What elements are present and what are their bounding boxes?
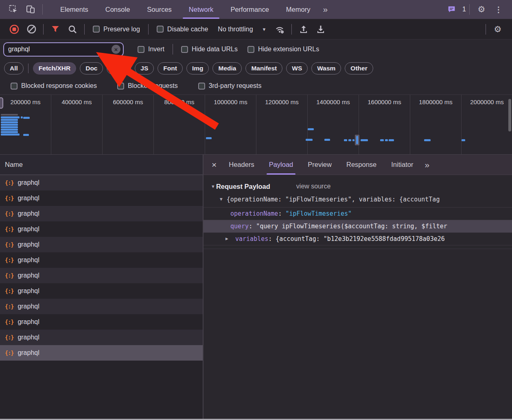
detail-tab-initiator[interactable]: Initiator <box>384 155 420 175</box>
collapse-caret-icon[interactable]: ▼ <box>211 184 215 189</box>
payload-row-operationname[interactable]: operationName: "ipFlowTimeseries" <box>203 208 512 220</box>
blocked-response-cookies-checkbox[interactable]: Blocked response cookies <box>11 82 97 90</box>
request-row[interactable]: {:}graphql <box>0 252 203 268</box>
expand-caret-icon[interactable]: ▶ <box>225 233 228 245</box>
detail-tab-preview[interactable]: Preview <box>300 155 339 175</box>
detail-tabs: HeadersPayloadPreviewResponseInitiator <box>221 155 420 175</box>
filter-chip-ws[interactable]: WS <box>286 62 308 74</box>
checkbox[interactable] <box>198 83 205 90</box>
devtools-window: ElementsConsoleSourcesNetworkPerformance… <box>0 0 512 420</box>
filter-chip-js[interactable]: JS <box>135 62 154 74</box>
request-name: graphql <box>18 349 39 357</box>
json-braces-icon: {:} <box>5 257 13 263</box>
checkbox[interactable] <box>11 83 18 90</box>
hide-data-urls-checkbox[interactable]: Hide data URLs <box>181 46 238 53</box>
timeline-request-bar <box>206 137 212 139</box>
request-row[interactable]: {:}graphql <box>0 283 203 299</box>
checkbox[interactable] <box>138 46 144 53</box>
close-detail-icon[interactable]: × <box>207 160 221 170</box>
request-row[interactable]: {:}graphql <box>0 206 203 221</box>
checkbox[interactable] <box>157 26 164 33</box>
detail-tab-headers[interactable]: Headers <box>221 155 261 175</box>
filter-chip-img[interactable]: Img <box>186 62 209 74</box>
device-toolbar-icon[interactable] <box>24 3 37 15</box>
checkbox[interactable] <box>93 26 100 33</box>
request-row[interactable]: {:}graphql <box>0 268 203 283</box>
divider <box>148 24 149 35</box>
payload-row-variables[interactable]: ▶variables: {accountTag: "b12e3b2192ee55… <box>203 233 512 245</box>
filter-chip-css[interactable]: CSS <box>107 62 131 74</box>
network-overview-timeline[interactable]: 200000 ms400000 ms600000 ms800000 ms1000… <box>0 94 512 155</box>
filter-chip-wasm[interactable]: Wasm <box>311 62 341 74</box>
checkbox[interactable] <box>117 83 124 90</box>
timeline-request-bar <box>424 139 431 141</box>
request-row[interactable]: {:}graphql <box>0 175 203 190</box>
clear-network-log-icon[interactable] <box>25 23 38 36</box>
invert-checkbox[interactable]: Invert <box>138 46 164 53</box>
request-payload-section[interactable]: ▼ Request Payload view source <box>203 180 512 192</box>
payload-rows: operationName: "ipFlowTimeseries"query: … <box>203 207 512 245</box>
export-har-download-icon[interactable] <box>314 23 327 36</box>
payload-row-query[interactable]: query: "query ipFlowTimeseries($accountT… <box>203 220 512 233</box>
json-braces-icon: {:} <box>5 179 13 186</box>
checkbox[interactable] <box>181 46 188 53</box>
tab-sources[interactable]: Sources <box>138 0 180 19</box>
filter-chip-other[interactable]: Other <box>345 62 373 74</box>
tab-memory[interactable]: Memory <box>278 0 319 19</box>
filter-chip-media[interactable]: Media <box>212 62 242 74</box>
blocked-requests-checkbox[interactable]: Blocked requests <box>117 82 178 90</box>
request-row[interactable]: {:}graphql <box>0 345 203 361</box>
disable-cache-checkbox[interactable]: Disable cache <box>157 26 208 33</box>
payload-key: operationName <box>230 210 278 217</box>
timeline-scrollbar[interactable] <box>508 99 511 131</box>
detail-tab-payload[interactable]: Payload <box>262 155 301 175</box>
search-icon[interactable] <box>66 23 79 36</box>
request-row[interactable]: {:}graphql <box>0 221 203 237</box>
filter-chip-font[interactable]: Font <box>158 62 183 74</box>
timeline-request-bar <box>389 139 394 141</box>
filter-chip-fetch-xhr[interactable]: Fetch/XHR <box>33 62 76 74</box>
request-row[interactable]: {:}graphql <box>0 330 203 345</box>
timeline-request-bar <box>1 121 18 123</box>
timeline-drag-handle[interactable] <box>0 97 3 109</box>
network-conditions-icon[interactable] <box>273 23 286 36</box>
filter-funnel-icon[interactable] <box>49 23 62 36</box>
import-har-upload-icon[interactable] <box>297 23 310 36</box>
timeline-tick-label: 1600000 ms <box>359 95 410 154</box>
divider <box>28 63 28 73</box>
name-column-header[interactable]: Name <box>0 155 203 175</box>
payload-summary-row[interactable]: ▼ {operationName: "ipFlowTimeseries", va… <box>203 192 512 206</box>
filter-chip-doc[interactable]: Doc <box>80 62 103 74</box>
hide-extension-urls-label: Hide extension URLs <box>258 46 319 53</box>
collapse-caret-icon[interactable]: ▼ <box>220 197 223 202</box>
tab-performance[interactable]: Performance <box>222 0 277 19</box>
detail-tab-response[interactable]: Response <box>339 155 384 175</box>
filter-chip-manifest[interactable]: Manifest <box>245 62 282 74</box>
more-options-menu-icon[interactable]: ⋮ <box>492 3 505 15</box>
request-row[interactable]: {:}graphql <box>0 190 203 206</box>
request-row[interactable]: {:}graphql <box>0 299 203 314</box>
filter-input[interactable] <box>8 46 112 53</box>
view-source-link[interactable]: view source <box>296 183 330 190</box>
inspect-element-icon[interactable] <box>7 3 20 15</box>
network-settings-gear-icon[interactable]: ⚙ <box>491 23 504 36</box>
clear-filter-icon[interactable]: × <box>112 45 120 54</box>
issues-message-icon[interactable] <box>446 3 458 15</box>
request-row[interactable]: {:}graphql <box>0 237 203 252</box>
requests-panel: Name {:}graphql{:}graphql{:}graphql{:}gr… <box>0 155 203 419</box>
tab-console[interactable]: Console <box>97 0 139 19</box>
detail-more-tabs-icon[interactable]: » <box>420 160 433 170</box>
settings-gear-icon[interactable]: ⚙ <box>475 3 488 15</box>
preserve-log-checkbox[interactable]: Preserve log <box>93 26 140 33</box>
record-network-log-icon[interactable] <box>8 23 21 36</box>
tab-elements[interactable]: Elements <box>52 0 97 19</box>
throttling-dropdown[interactable]: No throttling ▼ <box>218 26 266 33</box>
hide-extension-urls-checkbox[interactable]: Hide extension URLs <box>247 46 319 53</box>
more-tabs-icon[interactable]: » <box>319 4 331 14</box>
filter-chip-all[interactable]: All <box>4 62 24 74</box>
tab-network[interactable]: Network <box>180 0 222 19</box>
checkbox[interactable] <box>247 46 254 53</box>
detail-tab-bar: × HeadersPayloadPreviewResponseInitiator… <box>203 155 512 175</box>
third-party-requests-checkbox[interactable]: 3rd-party requests <box>198 82 262 90</box>
request-row[interactable]: {:}graphql <box>0 314 203 330</box>
